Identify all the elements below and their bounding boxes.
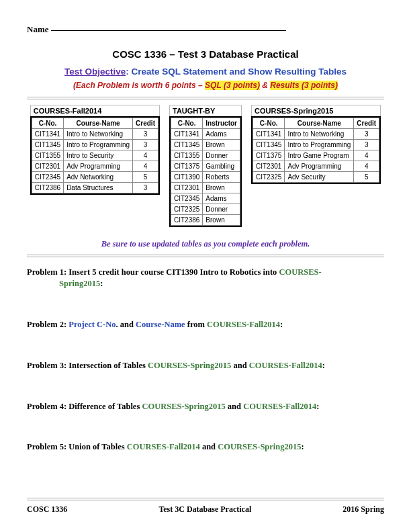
table-cell: 5	[354, 172, 379, 183]
p1-tail: :	[100, 279, 103, 288]
col-cno: C-No.	[253, 118, 285, 129]
table-row: CIT2386Data Structures3	[32, 183, 158, 193]
table-cell: 4	[354, 150, 379, 161]
table-cell: CIT2386	[171, 215, 202, 226]
col-credit: Credit	[133, 118, 158, 129]
problems-section: Problem 1: Insert 5 credit hour course C…	[27, 267, 384, 453]
table-row: CIT2345Adv Networking5	[32, 172, 158, 183]
p4-lead: Problem 4: Difference of Tables	[27, 402, 142, 411]
table-cell: Intro to Security	[64, 150, 133, 161]
problem-5: Problem 5: Union of Tables COURSES-Fall2…	[27, 441, 384, 453]
table-row: CIT2301Brown	[171, 183, 240, 193]
p4-g2: COURSES-Fall2014	[243, 402, 316, 411]
table-cell: 3	[354, 140, 379, 150]
table-cell: Roberts	[203, 172, 240, 183]
p2-lead: Problem 2:	[27, 320, 68, 329]
tables-container: COURSES-Fall2014 C-No. Course-Name Credi…	[27, 105, 384, 228]
table-cell: CIT1345	[32, 140, 63, 150]
table-cell: Intro to Programming	[64, 140, 133, 150]
divider-mid	[27, 255, 384, 257]
table-cell: Data Structures	[64, 183, 133, 193]
table-cell: Intro to Networking	[285, 129, 354, 140]
table-row: CIT1341Intro to Networking3	[32, 129, 158, 140]
table-taughtby-title: TAUGHT-BY	[169, 105, 242, 116]
table-spring2015-block: COURSES-Spring2015 C-No. Course-Name Cre…	[251, 105, 381, 228]
p5-and: and	[200, 442, 218, 451]
scoring-sql: SQL (3 points)	[205, 81, 260, 90]
p2-blue1: Project C-No	[68, 320, 116, 329]
table-taughtby-block: TAUGHT-BY C-No. Instructor CIT1341AdamsC…	[169, 105, 242, 228]
p1-green2: Spring2015	[59, 279, 100, 288]
p3-and: and	[231, 361, 248, 370]
table-cell: Adams	[203, 193, 240, 204]
name-label: Name	[27, 24, 49, 34]
table-row: CIT1345Brown	[171, 140, 240, 150]
table-spring2015-title: COURSES-Spring2015	[251, 105, 381, 116]
col-coursename: Course-Name	[64, 118, 133, 129]
table-cell: CIT2325	[171, 204, 202, 215]
p2-green: COURSES-Fall2014	[207, 320, 280, 329]
table-cell: Adv Programming	[285, 161, 354, 172]
problem-4: Problem 4: Difference of Tables COURSES-…	[27, 401, 384, 412]
table-cell: CIT1355	[171, 150, 202, 161]
table-row: CIT1355Intro to Security4	[32, 150, 158, 161]
table-cell: CIT1375	[171, 161, 202, 172]
page-footer: COSC 1336 Test 3C Database Practical 201…	[27, 498, 384, 515]
p3-g1: COURSES-Spring2015	[148, 361, 231, 370]
table-cell: 3	[133, 129, 158, 140]
update-note: Be sure to use updated tables as you com…	[27, 239, 384, 249]
footer-right: 2016 Spring	[342, 504, 384, 515]
p5-lead: Problem 5: Union of Tables	[27, 442, 127, 451]
table-cell: CIT2301	[171, 183, 202, 193]
table-cell: Adv Security	[285, 172, 354, 183]
p3-tail: :	[322, 361, 325, 370]
objective-text: : Create SQL Statement and Show Resultin…	[126, 66, 347, 77]
p1-lead: Problem 1: Insert 5 credit hour course C…	[27, 267, 279, 277]
table-cell: Donner	[203, 150, 240, 161]
table-header-row: C-No. Course-Name Credit	[32, 118, 158, 129]
col-coursename: Course-Name	[285, 118, 354, 129]
table-cell: CIT2301	[32, 161, 63, 172]
table-row: CIT1355Donner	[171, 150, 240, 161]
problem-1: Problem 1: Insert 5 credit hour course C…	[27, 267, 384, 290]
name-field: Name	[27, 24, 384, 35]
table-row: CIT1341Adams	[171, 129, 240, 140]
footer-divider	[27, 498, 384, 500]
table-row: CIT2386Brown	[171, 215, 240, 226]
page-title: COSC 1336 – Test 3 Database Practical	[27, 48, 384, 60]
problem-2: Problem 2: Project C-No. and Course-Name…	[27, 319, 384, 330]
table-fall2014: C-No. Course-Name Credit CIT1341Intro to…	[32, 118, 158, 193]
table-fall2014-title: COURSES-Fall2014	[30, 105, 160, 116]
p3-lead: Problem 3: Intersection of Tables	[27, 361, 148, 370]
table-fall2014-block: COURSES-Fall2014 C-No. Course-Name Credi…	[30, 105, 160, 228]
table-cell: 4	[133, 150, 158, 161]
table-cell: CIT1390	[171, 172, 202, 183]
p1-green1: COURSES-	[279, 267, 321, 277]
table-cell: Brown	[203, 140, 240, 150]
table-row: CIT1375Gambling	[171, 161, 240, 172]
scoring-results: Results (3 points)	[270, 81, 338, 90]
p3-g2: COURSES-Fall2014	[249, 361, 322, 370]
table-cell: Adams	[203, 129, 240, 140]
scoring-amp: &	[260, 81, 270, 90]
table-cell: Donner	[203, 204, 240, 215]
table-row: CIT2325Adv Security5	[253, 172, 379, 183]
table-cell: Gambling	[203, 161, 240, 172]
table-cell: 5	[133, 172, 158, 183]
objective-label: Test Objective	[64, 66, 126, 77]
table-row: CIT2345Adams	[171, 193, 240, 204]
table-cell: Adv Programming	[64, 161, 133, 172]
table-row: CIT2301Adv Programming4	[253, 161, 379, 172]
footer-left: COSC 1336	[27, 504, 67, 515]
col-cno: C-No.	[171, 118, 202, 129]
table-cell: CIT2345	[171, 193, 202, 204]
table-cell: CIT2345	[32, 172, 63, 183]
table-row: CIT1341Intro to Networking3	[253, 129, 379, 140]
p4-and: and	[226, 402, 243, 411]
name-underline	[51, 30, 286, 31]
table-cell: CIT1341	[32, 129, 63, 140]
table-cell: Brown	[203, 215, 240, 226]
col-credit: Credit	[354, 118, 379, 129]
table-header-row: C-No. Instructor	[171, 118, 240, 129]
table-cell: 4	[354, 161, 379, 172]
